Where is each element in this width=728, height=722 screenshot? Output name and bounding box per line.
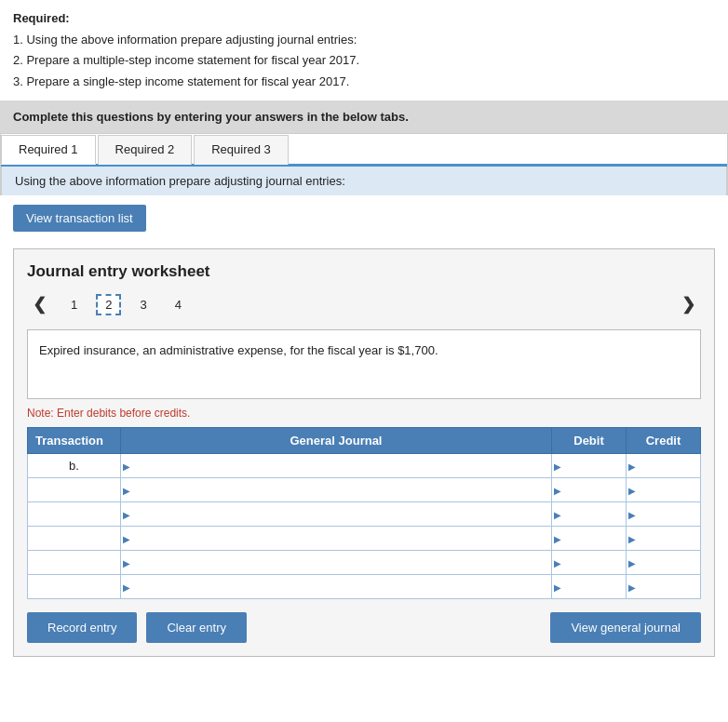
table-row: ▶ ▶ ▶ (28, 478, 701, 502)
debit-cell-4[interactable]: ▶ (552, 527, 627, 551)
journal-cell-4[interactable]: ▶ (121, 527, 552, 551)
page-1[interactable]: 1 (61, 294, 87, 315)
page-3[interactable]: 3 (130, 294, 155, 315)
credit-cell-3[interactable]: ▶ (627, 502, 701, 527)
next-page-button[interactable]: ❯ (676, 292, 701, 316)
debit-cell-6[interactable]: ▶ (552, 575, 627, 599)
credit-input-1[interactable] (627, 454, 700, 477)
transaction-cell-4 (28, 527, 121, 551)
credit-cell-5[interactable]: ▶ (627, 551, 701, 575)
worksheet-box: Journal entry worksheet ❮ 1 2 3 4 ❯ Expi… (13, 248, 715, 657)
instruction-3: 3. Prepare a single-step income statemen… (13, 73, 715, 91)
journal-cell-6[interactable]: ▶ (121, 575, 552, 599)
credit-input-3[interactable] (627, 502, 700, 526)
bottom-buttons: Record entry Clear entry View general jo… (27, 612, 701, 643)
debit-input-4[interactable] (552, 527, 626, 550)
instruction-2: 2. Prepare a multiple-step income statem… (13, 51, 715, 70)
col-header-credit: Credit (627, 428, 701, 454)
journal-input-4[interactable] (121, 527, 551, 550)
view-general-journal-button[interactable]: View general journal (550, 612, 701, 643)
required-instructions: Required: 1. Using the above information… (0, 0, 728, 100)
credit-input-4[interactable] (627, 527, 700, 550)
debit-input-2[interactable] (552, 478, 626, 501)
credit-cell-2[interactable]: ▶ (627, 478, 701, 502)
journal-cell-2[interactable]: ▶ (121, 478, 552, 502)
description-text: Expired insurance, an administrative exp… (39, 343, 438, 357)
journal-input-3[interactable] (121, 502, 551, 526)
debit-cell-1[interactable]: ▶ (552, 454, 627, 478)
instruction-bar-text: Complete this questions by entering your… (13, 110, 409, 124)
transaction-cell-6 (28, 575, 121, 599)
instruction-1: 1. Using the above information prepare a… (13, 31, 715, 49)
journal-input-6[interactable] (121, 575, 551, 598)
credit-cell-6[interactable]: ▶ (627, 575, 701, 599)
journal-input-5[interactable] (121, 551, 551, 574)
col-header-debit: Debit (552, 428, 627, 454)
journal-cell-3[interactable]: ▶ (121, 502, 552, 527)
col-header-journal: General Journal (121, 428, 552, 454)
tab-required-1[interactable]: Required 1 (1, 135, 96, 165)
tab-info-text: Using the above information prepare adju… (15, 174, 345, 188)
credit-cell-4[interactable]: ▶ (627, 527, 701, 551)
page-2[interactable]: 2 (96, 294, 121, 315)
tab-required-2[interactable]: Required 2 (98, 135, 193, 165)
debit-input-5[interactable] (552, 551, 626, 574)
table-row: ▶ ▶ ▶ (28, 551, 701, 575)
note-text: Note: Enter debits before credits. (27, 407, 701, 420)
tabs-container: Required 1 Required 2 Required 3 Using t… (0, 133, 728, 195)
journal-input-1[interactable] (121, 454, 551, 477)
table-row: ▶ ▶ ▶ (28, 502, 701, 527)
tab-required-3[interactable]: Required 3 (194, 135, 289, 165)
tab-info-bar: Using the above information prepare adju… (1, 167, 727, 195)
page-4[interactable]: 4 (166, 294, 191, 315)
journal-table: Transaction General Journal Debit Credit… (27, 427, 701, 599)
credit-input-6[interactable] (627, 575, 700, 598)
table-row: b. ▶ ▶ ▶ (28, 454, 701, 478)
clear-entry-button[interactable]: Clear entry (146, 612, 247, 643)
transaction-cell-3 (28, 502, 121, 527)
credit-cell-1[interactable]: ▶ (627, 454, 701, 478)
record-entry-button[interactable]: Record entry (27, 612, 137, 643)
view-transaction-list-button[interactable]: View transaction list (13, 205, 146, 232)
nav-row: ❮ 1 2 3 4 ❯ (27, 292, 701, 316)
required-label: Required: (13, 11, 70, 25)
table-row: ▶ ▶ ▶ (28, 575, 701, 599)
debit-cell-2[interactable]: ▶ (552, 478, 627, 502)
debit-cell-3[interactable]: ▶ (552, 502, 627, 527)
transaction-cell-5 (28, 551, 121, 575)
worksheet-title: Journal entry worksheet (27, 262, 701, 281)
debit-input-6[interactable] (552, 575, 626, 598)
journal-cell-1[interactable]: ▶ (121, 454, 552, 478)
credit-input-5[interactable] (627, 551, 700, 574)
instruction-bar: Complete this questions by entering your… (0, 100, 728, 133)
transaction-cell-2 (28, 478, 121, 502)
journal-cell-5[interactable]: ▶ (121, 551, 552, 575)
table-row: ▶ ▶ ▶ (28, 527, 701, 551)
prev-page-button[interactable]: ❮ (27, 292, 52, 316)
tabs-row: Required 1 Required 2 Required 3 (1, 134, 727, 167)
col-header-transaction: Transaction (28, 428, 121, 454)
credit-input-2[interactable] (627, 478, 700, 501)
transaction-cell-1: b. (28, 454, 121, 478)
debit-cell-5[interactable]: ▶ (552, 551, 627, 575)
journal-input-2[interactable] (121, 478, 551, 501)
description-box: Expired insurance, an administrative exp… (27, 329, 701, 399)
debit-input-3[interactable] (552, 502, 626, 526)
debit-input-1[interactable] (552, 454, 626, 477)
